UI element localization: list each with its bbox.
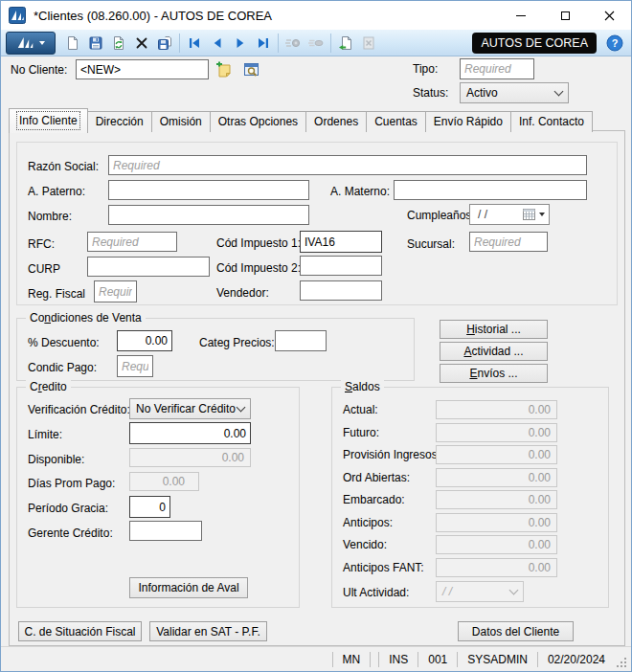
status-company-id: 001 xyxy=(418,653,457,666)
calendar-icon[interactable] xyxy=(523,209,535,220)
limite-input[interactable] xyxy=(129,422,251,444)
cod-impuesto2-input[interactable] xyxy=(300,256,382,276)
informacion-de-aval-button[interactable]: Información de Aval xyxy=(129,577,248,598)
tipo-label: Tipo: xyxy=(413,62,438,76)
next-record-button[interactable] xyxy=(229,32,252,55)
lookup-button[interactable] xyxy=(240,58,263,81)
app-icon xyxy=(9,7,26,24)
tipo-input[interactable] xyxy=(460,58,534,79)
dynamics-menu-button[interactable] xyxy=(6,32,56,55)
chevron-down-icon[interactable] xyxy=(539,213,545,216)
close-icon xyxy=(604,11,615,21)
last-record-button[interactable] xyxy=(252,32,275,55)
situacion-fiscal-button[interactable]: C. de Situación Fiscal xyxy=(18,621,142,641)
save-close-button[interactable] xyxy=(153,32,176,55)
no-cliente-label: No Cliente: xyxy=(11,63,67,77)
status-label: Status: xyxy=(413,86,448,100)
tab-inf-contacto[interactable]: Inf. Contacto xyxy=(510,111,593,132)
previous-record-icon xyxy=(210,35,225,51)
a-materno-label: A. Materno: xyxy=(330,185,390,198)
delete-button[interactable] xyxy=(130,32,153,55)
tab-omision[interactable]: Omisión xyxy=(151,111,211,132)
futuro-field: 0.00 xyxy=(436,423,557,442)
dias-prom-pago-label: Días Prom Pago: xyxy=(28,477,115,490)
refresh-button[interactable] xyxy=(107,32,130,55)
toolbar-separator xyxy=(179,34,180,53)
anticipos-fant-field: 0.00 xyxy=(436,558,557,577)
rfc-input[interactable] xyxy=(87,232,177,252)
help-icon: ? xyxy=(606,34,623,52)
new-button[interactable] xyxy=(61,32,84,55)
add-note-button[interactable] xyxy=(213,58,236,81)
quick-action-button-disabled xyxy=(305,32,327,55)
sucursal-input[interactable] xyxy=(469,232,548,252)
save-icon xyxy=(88,35,103,51)
resize-grip-icon[interactable] xyxy=(617,658,627,668)
categ-precios-input[interactable] xyxy=(275,330,327,351)
cumpleanos-label: Cumpleaños: xyxy=(407,209,475,222)
actividad-button[interactable]: Actividad ... xyxy=(440,342,548,361)
embarcado-label: Embarcado: xyxy=(343,493,405,506)
excel-export-button-disabled xyxy=(357,32,380,55)
gerente-credito-label: Gerente Crédito: xyxy=(28,526,113,540)
gerente-credito-input[interactable] xyxy=(129,521,202,541)
periodo-gracia-input[interactable] xyxy=(129,496,170,518)
tab-envio-rapido[interactable]: Envío Rápido xyxy=(425,111,511,132)
nombre-input[interactable] xyxy=(108,205,309,225)
a-materno-input[interactable] xyxy=(394,180,587,200)
dias-prom-pago-field: 0.00 xyxy=(129,472,199,491)
chevron-down-icon xyxy=(237,403,246,413)
curp-input[interactable] xyxy=(87,257,210,277)
toolbar-separator xyxy=(278,34,279,53)
tab-direccion[interactable]: Dirección xyxy=(87,111,152,132)
vendedor-input[interactable] xyxy=(300,280,382,301)
status-date: 02/20/2024 xyxy=(538,653,615,666)
maximize-button[interactable] xyxy=(543,1,587,30)
anticipos-field: 0.00 xyxy=(436,513,557,532)
previous-record-button[interactable] xyxy=(206,32,229,55)
a-paterno-input[interactable] xyxy=(108,180,309,200)
tab-ordenes[interactable]: Ordenes xyxy=(305,111,367,132)
status-user: SYSADMIN xyxy=(458,653,537,666)
window-title: *Clientes (08.260.00) - AUTOS DE COREA xyxy=(34,9,272,23)
save-button[interactable] xyxy=(84,32,107,55)
new-document-icon xyxy=(65,35,80,51)
condiciones-groupbox-title: Condiciones de Venta xyxy=(26,311,146,325)
minimize-button[interactable] xyxy=(499,1,543,30)
periodo-gracia-label: Período Gracia: xyxy=(28,502,108,515)
refresh-icon xyxy=(111,35,126,51)
validar-sat-button[interactable]: Validar en SAT - P.F. xyxy=(149,621,267,641)
condic-pago-input[interactable] xyxy=(117,355,153,377)
chevron-down-icon xyxy=(554,87,564,97)
condic-pago-label: Condic Pago: xyxy=(28,361,97,374)
curp-label: CURP xyxy=(28,262,60,276)
tab-cuentas[interactable]: Cuentas xyxy=(366,111,426,132)
no-cliente-input[interactable] xyxy=(76,59,209,79)
descuento-label: % Descuento: xyxy=(28,336,100,349)
status-dropdown[interactable]: Activo xyxy=(460,82,569,103)
sucursal-label: Sucursal: xyxy=(407,237,455,251)
razon-social-label: Razón Social: xyxy=(28,160,99,173)
razon-social-input[interactable] xyxy=(108,155,587,175)
chevron-down-icon xyxy=(39,41,45,45)
cumpleanos-date-field[interactable]: / / xyxy=(469,204,550,225)
cod-impuesto1-input[interactable] xyxy=(300,231,382,253)
descuento-input[interactable] xyxy=(117,330,172,351)
first-record-button[interactable] xyxy=(183,32,206,55)
help-button[interactable]: ? xyxy=(603,32,626,55)
ult-actividad-dropdown: / / xyxy=(436,581,524,602)
verificacion-credito-dropdown[interactable]: No Verificar Crédito xyxy=(129,398,251,419)
verificacion-credito-value: No Verificar Crédito xyxy=(136,402,236,415)
envios-button[interactable]: Envíos ... xyxy=(440,364,548,383)
export-document-button[interactable] xyxy=(334,32,357,55)
datos-del-cliente-button[interactable]: Datos del Cliente xyxy=(458,621,574,641)
provision-ingresos-label: Provisión Ingresos: xyxy=(343,448,440,461)
tab-otras-opciones[interactable]: Otras Opciones xyxy=(210,111,306,132)
provision-ingresos-field: 0.00 xyxy=(436,445,557,464)
historial-button[interactable]: Historial ... xyxy=(440,320,548,339)
rfc-label: RFC: xyxy=(28,237,55,251)
close-button[interactable] xyxy=(587,1,631,30)
quick-action-icon xyxy=(307,37,325,49)
tab-info-cliente[interactable]: Info Cliente xyxy=(9,108,88,133)
reg-fiscal-input[interactable] xyxy=(94,280,137,302)
